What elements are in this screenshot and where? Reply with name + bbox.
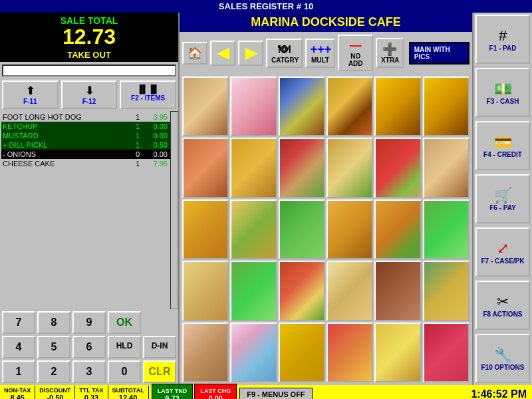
numpad-key-5[interactable]: 5 — [37, 336, 70, 358]
f9-menus-button[interactable]: F9 - MENUS OFF — [239, 388, 312, 399]
xtra-button[interactable]: ➕ XTRA — [376, 38, 404, 68]
numpad-key-3[interactable]: 3 — [72, 360, 106, 383]
header-title: SALES REGISTER # 10 — [219, 1, 313, 11]
last-chg-button[interactable]: LAST CHG 0.00 — [194, 384, 237, 399]
food-item-salad3[interactable] — [230, 261, 277, 321]
order-row[interactable]: - ONIONS 0 0.00 — [1, 150, 177, 159]
last-tnd-button[interactable]: LAST TND 9.73 — [152, 384, 194, 399]
food-item-wine2[interactable] — [423, 323, 469, 382]
food-item-drinks[interactable] — [327, 323, 373, 382]
food-item-platter[interactable] — [423, 261, 469, 321]
f4-credit-button[interactable]: 💳 F4 - CREDIT — [475, 121, 530, 170]
discount-value: -0.50 — [47, 394, 63, 399]
food-grid — [180, 74, 472, 385]
food-item-dessert[interactable] — [182, 323, 229, 382]
food-item-cocktail[interactable] — [374, 323, 421, 382]
credit-key-label: F4 - CREDIT — [483, 151, 522, 158]
back-button[interactable]: ◀ — [210, 41, 235, 66]
f10-options-button[interactable]: 🔧 F10 OPTIONS — [475, 334, 530, 383]
non-tax-item: NON-TAX 8.45 — [0, 386, 35, 399]
numpad-key-OK[interactable]: OK — [108, 311, 141, 334]
search-box — [0, 62, 178, 78]
no-add-button[interactable]: — NO ADD — [338, 35, 373, 71]
f3-cash-button[interactable]: 💵 F3 - CASH — [475, 68, 530, 117]
food-item-ice-cream[interactable] — [230, 76, 277, 136]
order-row[interactable]: FOOT LONG HOT DOG 1 3.95 T — [1, 112, 177, 122]
food-item-chicken-leg[interactable] — [423, 76, 469, 136]
f12-button[interactable]: ⬇ F-12 — [61, 80, 118, 109]
food-item-wine-bottle[interactable] — [279, 76, 325, 136]
numpad-key-6[interactable]: 6 — [72, 336, 106, 358]
ttl-tax-value: 0.33 — [84, 394, 98, 399]
case-key-label: F7 - CASE/PK — [481, 257, 524, 265]
f2-label: F2 - ITEMS — [131, 94, 165, 102]
order-row[interactable]: CHEESE CAKE 1 7.95 — [1, 159, 177, 168]
discount-label: DISCOUNT — [39, 387, 70, 394]
order-row[interactable]: MUSTARD 1 0.00 — [1, 131, 177, 140]
non-tax-label: NON-TAX — [4, 387, 31, 394]
pad-key-label: F1 - PAD — [489, 45, 517, 52]
last-tnd-value: 9.73 — [165, 394, 179, 399]
left-panel: SALE TOTAL 12.73 TAKE OUT ⬆ F-11 ⬇ F-12 … — [0, 13, 180, 385]
actions-key-label: F8 ACTIONS — [483, 311, 522, 318]
category-button[interactable]: 🍽 CATGRY — [266, 39, 303, 68]
food-item-empty1[interactable] — [423, 138, 469, 198]
order-row[interactable]: KETCHUP 1 0.00 — [1, 122, 177, 131]
food-item-bread[interactable] — [182, 76, 229, 136]
f7-case-button[interactable]: ⤢ F7 - CASE/PK — [475, 227, 530, 277]
search-input[interactable] — [2, 65, 176, 76]
numpad-key-8[interactable]: 8 — [37, 311, 70, 334]
numpad-key-0[interactable]: 0 — [108, 360, 141, 383]
f8-actions-button[interactable]: ✂ F8 ACTIONS — [475, 281, 530, 330]
home-button[interactable]: 🏠 — [182, 42, 207, 65]
food-item-empty2[interactable] — [423, 200, 469, 259]
mult-button[interactable]: +++ MULT — [305, 39, 336, 68]
last-chg-label: LAST CHG — [200, 388, 231, 394]
numpad-key-1[interactable]: 1 — [2, 360, 35, 383]
discount-item: DISCOUNT -0.50 — [35, 386, 75, 399]
subtotal-item: SUBTOTAL 12.40 — [108, 386, 149, 399]
pay-key-label: F6 - PAY — [489, 204, 515, 211]
numpad-key-9[interactable]: 9 — [72, 311, 106, 334]
main-with-pics-label: MAIN WITH PICS — [409, 42, 469, 65]
f1-pad-button[interactable]: # F1 - PAD — [475, 15, 530, 64]
numpad-key-CLR[interactable]: CLR — [143, 360, 176, 383]
food-item-taco[interactable] — [374, 200, 421, 259]
food-item-steak[interactable] — [374, 261, 421, 321]
food-item-fries[interactable] — [182, 200, 229, 259]
food-item-salad[interactable] — [279, 200, 325, 259]
f2-items-button[interactable]: ▐▌▐▌ F2 - ITEMS — [120, 80, 176, 109]
food-item-wrap[interactable] — [327, 138, 373, 198]
order-scrollbar[interactable] — [170, 111, 178, 310]
forward-button[interactable]: ▶ — [238, 41, 263, 66]
numpad-key-7[interactable]: 7 — [2, 311, 35, 334]
food-item-cake[interactable] — [327, 261, 373, 321]
food-item-pasta[interactable] — [182, 261, 229, 321]
food-item-yellow-item[interactable] — [374, 76, 421, 136]
food-item-hotdog2[interactable] — [279, 138, 325, 198]
right-panel: # F1 - PAD 💵 F3 - CASH 💳 F4 - CREDIT 🛒 F… — [472, 13, 532, 385]
toolbar: 🏠 ◀ ▶ 🍽 CATGRY +++ MULT — NO ADD ➕ — [180, 32, 472, 74]
options-key-label: F10 OPTIONS — [481, 364, 524, 371]
f11-button[interactable]: ⬆ F-11 — [2, 80, 59, 109]
f6-pay-button[interactable]: 🛒 F6 - PAY — [475, 174, 530, 223]
food-item-chicken2[interactable] — [327, 200, 373, 259]
ttl-tax-item: TTL TAX 0.33 — [75, 386, 108, 399]
food-item-beer[interactable] — [279, 323, 325, 382]
food-item-pizza[interactable] — [279, 261, 325, 321]
non-tax-value: 8.45 — [10, 394, 24, 399]
numpad-key-D-IN[interactable]: D-IN — [143, 336, 176, 358]
food-item-sandwich[interactable] — [327, 76, 373, 136]
order-row[interactable]: + DILL PICKL 1 0.50 — [1, 140, 177, 150]
numpad-key-2[interactable]: 2 — [37, 360, 70, 383]
food-item-corndog[interactable] — [230, 138, 277, 198]
center-panel: MARINA DOCKSIDE CAFE 🏠 ◀ ▶ 🍽 CATGRY +++ … — [180, 13, 472, 385]
food-item-wrap2[interactable] — [230, 200, 277, 259]
food-item-icecream2[interactable] — [230, 323, 277, 382]
numpad-key-4[interactable]: 4 — [2, 336, 35, 358]
sale-amount: 12.73 — [4, 26, 174, 47]
food-item-hotdog[interactable] — [182, 138, 229, 198]
numpad-key-HLD[interactable]: HLD — [108, 336, 141, 358]
catgry-label: CATGRY — [271, 57, 299, 64]
food-item-tomato-sandwich[interactable] — [374, 138, 421, 198]
